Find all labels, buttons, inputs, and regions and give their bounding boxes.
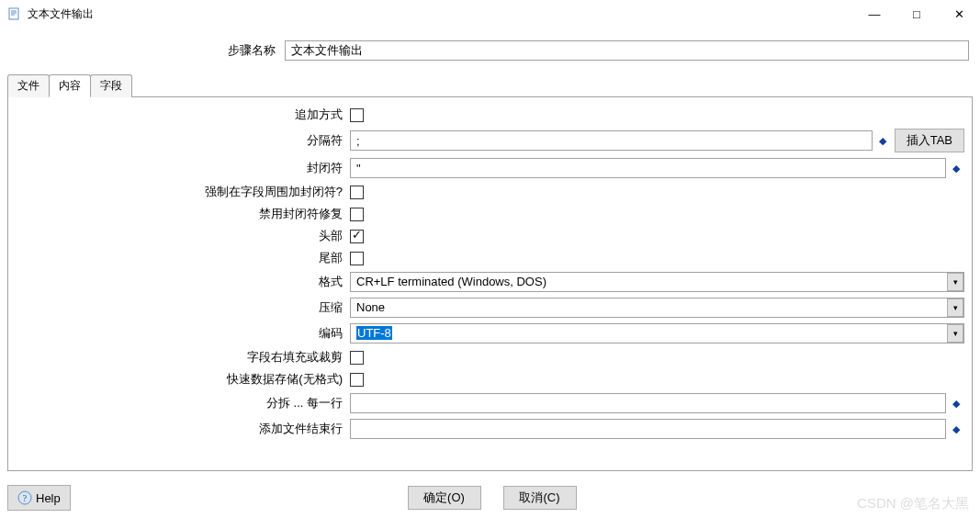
row-header: 头部 bbox=[16, 228, 964, 244]
label-header: 头部 bbox=[16, 228, 348, 244]
row-format: 格式 CR+LF terminated (Windows, DOS) ▾ bbox=[16, 272, 964, 292]
checkbox-pad[interactable] bbox=[350, 351, 364, 365]
checkbox-append[interactable] bbox=[350, 108, 364, 122]
row-disable-enclosure-fix: 禁用封闭符修复 bbox=[16, 206, 964, 222]
input-split[interactable] bbox=[350, 393, 946, 413]
minimize-button[interactable]: — bbox=[853, 0, 896, 28]
checkbox-footer[interactable] bbox=[350, 252, 364, 265]
titlebar: 文本文件输出 — □ ✕ bbox=[0, 0, 980, 28]
select-compression-value: None bbox=[350, 298, 964, 318]
input-separator[interactable] bbox=[350, 130, 873, 151]
input-end-line[interactable] bbox=[350, 419, 946, 439]
app-icon bbox=[7, 6, 22, 21]
help-button[interactable]: ? Help bbox=[7, 485, 71, 511]
label-enclosure: 封闭符 bbox=[16, 160, 348, 176]
row-append: 追加方式 bbox=[16, 107, 964, 123]
tab-file[interactable]: 文件 bbox=[7, 74, 50, 97]
label-separator: 分隔符 bbox=[16, 132, 348, 149]
var-icon-enclosure[interactable]: ◆ bbox=[948, 158, 964, 178]
tab-content[interactable]: 内容 bbox=[49, 74, 91, 97]
select-compression[interactable]: None ▾ bbox=[350, 298, 964, 318]
row-enclosure: 封闭符 ◆ bbox=[16, 158, 964, 178]
label-fast-dump: 快速数据存储(无格式) bbox=[16, 371, 348, 388]
label-disable-enclosure-fix: 禁用封闭符修复 bbox=[16, 206, 348, 222]
row-separator: 分隔符 ◆ 插入TAB bbox=[16, 129, 964, 152]
row-footer: 尾部 bbox=[16, 250, 964, 266]
label-append: 追加方式 bbox=[16, 107, 348, 123]
label-pad: 字段右填充或裁剪 bbox=[16, 349, 348, 366]
ok-button[interactable]: 确定(O) bbox=[408, 486, 481, 510]
close-button[interactable]: ✕ bbox=[938, 0, 980, 28]
help-icon: ? bbox=[17, 490, 32, 505]
svg-rect-0 bbox=[9, 8, 18, 19]
window-buttons: — □ ✕ bbox=[853, 0, 980, 28]
label-split: 分拆 ... 每一行 bbox=[16, 395, 348, 411]
input-enclosure[interactable] bbox=[350, 158, 946, 178]
step-name-input[interactable] bbox=[285, 40, 969, 61]
label-force-enclosure: 强制在字段周围加封闭符? bbox=[16, 184, 348, 200]
window-title: 文本文件输出 bbox=[28, 6, 94, 22]
row-compression: 压缩 None ▾ bbox=[16, 298, 964, 318]
row-split: 分拆 ... 每一行 ◆ bbox=[16, 393, 964, 413]
label-format: 格式 bbox=[16, 274, 348, 290]
var-icon-split[interactable]: ◆ bbox=[948, 393, 964, 413]
select-encoding-value bbox=[350, 323, 964, 343]
label-compression: 压缩 bbox=[16, 299, 348, 316]
row-encoding: 编码 ▾ bbox=[16, 323, 964, 343]
label-end-line: 添加文件结束行 bbox=[16, 421, 348, 437]
center-buttons: 确定(O) 取消(C) bbox=[404, 486, 577, 510]
var-icon-separator[interactable]: ◆ bbox=[874, 130, 891, 151]
row-pad: 字段右填充或裁剪 bbox=[16, 349, 964, 366]
row-fast-dump: 快速数据存储(无格式) bbox=[16, 371, 964, 388]
label-footer: 尾部 bbox=[16, 250, 348, 266]
var-icon-end-line[interactable]: ◆ bbox=[948, 419, 964, 439]
help-button-label: Help bbox=[36, 491, 61, 505]
select-format-value: CR+LF terminated (Windows, DOS) bbox=[350, 272, 964, 292]
row-end-line: 添加文件结束行 ◆ bbox=[16, 419, 964, 439]
step-name-label: 步骤名称 bbox=[11, 42, 285, 59]
insert-tab-button[interactable]: 插入TAB bbox=[895, 129, 964, 152]
svg-text:?: ? bbox=[23, 493, 28, 503]
row-force-enclosure: 强制在字段周围加封闭符? bbox=[16, 184, 964, 200]
bottom-bar: ? Help 确定(O) 取消(C) bbox=[7, 485, 973, 511]
checkbox-disable-enclosure-fix[interactable] bbox=[350, 208, 364, 221]
step-name-row: 步骤名称 bbox=[0, 28, 980, 68]
cancel-button[interactable]: 取消(C) bbox=[503, 486, 577, 510]
maximize-button[interactable]: □ bbox=[896, 0, 938, 28]
select-encoding[interactable]: ▾ bbox=[350, 323, 964, 343]
tab-page-content: 追加方式 分隔符 ◆ 插入TAB 封闭符 ◆ 强制在字段周围加封闭符? 禁用封闭… bbox=[7, 96, 973, 471]
checkbox-fast-dump[interactable] bbox=[350, 373, 364, 387]
label-encoding: 编码 bbox=[16, 325, 348, 342]
checkbox-force-enclosure[interactable] bbox=[350, 186, 364, 199]
checkbox-header[interactable] bbox=[350, 230, 364, 243]
tab-fields[interactable]: 字段 bbox=[90, 74, 132, 97]
tabs: 文件 内容 字段 bbox=[7, 73, 980, 96]
select-format[interactable]: CR+LF terminated (Windows, DOS) ▾ bbox=[350, 272, 964, 292]
